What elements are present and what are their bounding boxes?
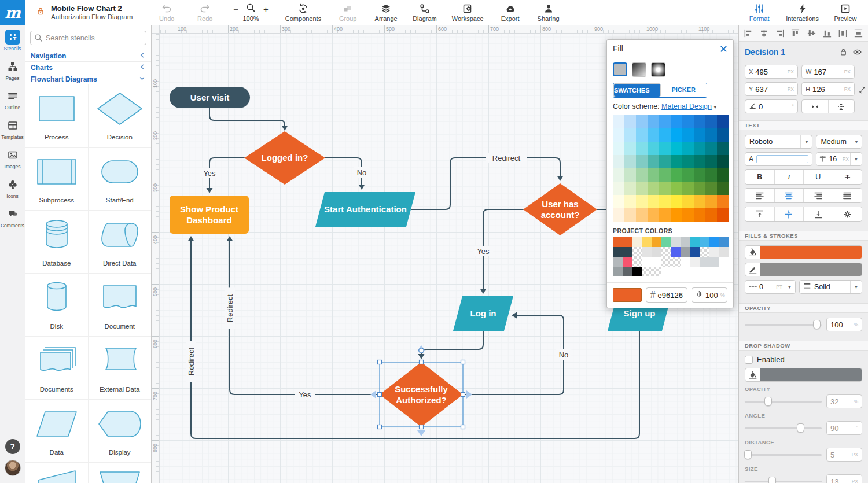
text-color-field[interactable]: A [745, 152, 812, 166]
stencil-subprocess[interactable]: Subprocess [25, 148, 89, 211]
stencil-start-end[interactable]: Start/End [89, 148, 152, 211]
shadow-distance-slider[interactable] [745, 450, 822, 459]
palette-swatch[interactable] [659, 115, 671, 128]
palette-swatch[interactable] [648, 182, 659, 195]
sidebar-item-comments[interactable]: Comments [0, 202, 25, 232]
slider-knob[interactable] [797, 423, 804, 433]
project-color-swatch[interactable] [642, 247, 652, 257]
project-color-swatch[interactable] [671, 247, 681, 257]
bold-button[interactable]: B [745, 170, 775, 184]
border-width-select[interactable]: 0 PT ▼ [745, 280, 796, 294]
toolbar-format-button[interactable]: Format [748, 3, 771, 22]
palette-swatch[interactable] [682, 155, 694, 168]
flip-horizontal-button[interactable] [802, 100, 829, 113]
palette-swatch[interactable] [671, 195, 682, 208]
palette-swatch[interactable] [682, 168, 694, 182]
tab-picker[interactable]: PICKER [661, 83, 707, 97]
project-color-swatch[interactable] [661, 237, 671, 247]
vertical-align-bottom-button[interactable] [804, 207, 833, 221]
palette-swatch[interactable] [717, 168, 729, 182]
palette-swatch[interactable] [659, 128, 671, 142]
toolbar-arrange-button[interactable]: Arrange [374, 3, 398, 22]
stencil-process[interactable]: Process [25, 84, 89, 148]
x-field[interactable]: X495PX [745, 65, 798, 79]
project-color-swatch[interactable] [671, 257, 681, 267]
opacity-slider[interactable] [745, 320, 822, 329]
selection-handle[interactable] [461, 425, 465, 429]
shadow-angle-field[interactable]: 90 ° [826, 421, 862, 435]
palette-swatch[interactable] [694, 182, 705, 195]
sidebar-item-stencils[interactable]: TStencils [0, 25, 25, 55]
shadow-size-slider[interactable] [745, 477, 822, 483]
project-color-swatch[interactable] [613, 237, 632, 247]
user-avatar[interactable] [5, 460, 21, 476]
connector-point[interactable] [419, 348, 424, 353]
element-name[interactable]: Decision 1 [745, 47, 834, 57]
palette-swatch[interactable] [624, 195, 636, 208]
palette-swatch[interactable] [636, 168, 648, 182]
slider-knob[interactable] [764, 397, 772, 406]
eye-icon[interactable] [852, 47, 862, 57]
selection-handle[interactable] [378, 360, 382, 364]
slider-knob[interactable] [768, 477, 776, 483]
palette-swatch[interactable] [671, 168, 682, 182]
help-button[interactable]: ? [5, 439, 20, 454]
constrain-proportions-icon[interactable] [858, 86, 866, 94]
palette-swatch[interactable] [671, 182, 682, 195]
palette-swatch[interactable] [613, 208, 624, 222]
text-align-left-button[interactable] [745, 189, 775, 202]
palette-swatch[interactable] [682, 128, 694, 142]
lock-icon[interactable] [839, 47, 848, 57]
align-bottom-icon[interactable] [822, 28, 832, 38]
node-successfully-authorized[interactable]: SuccessfullyAuthorized? [380, 362, 463, 427]
zoom-in-button[interactable]: + [263, 4, 269, 14]
palette-swatch[interactable] [613, 142, 624, 155]
palette-swatch[interactable] [717, 155, 729, 168]
palette-swatch[interactable] [659, 195, 671, 208]
stencil-display[interactable]: Display [89, 400, 152, 463]
category-charts[interactable]: Charts [25, 61, 151, 73]
color-scheme-link[interactable]: Material Design [661, 102, 712, 110]
slider-knob[interactable] [813, 320, 821, 329]
palette-swatch[interactable] [682, 115, 694, 128]
node-log-in[interactable]: Log in [453, 296, 513, 331]
strikethrough-button[interactable]: T [833, 170, 862, 184]
project-color-swatch[interactable] [690, 237, 700, 247]
fill-type-linear-gradient[interactable] [632, 62, 646, 77]
palette-swatch[interactable] [671, 128, 682, 142]
project-color-swatch[interactable] [681, 247, 690, 257]
palette-swatch[interactable] [636, 128, 648, 142]
project-color-swatch[interactable] [632, 247, 642, 257]
toolbar-preview-button[interactable]: Preview [834, 3, 857, 22]
palette-swatch[interactable] [624, 208, 636, 222]
project-color-swatch[interactable] [690, 257, 700, 267]
project-color-swatch[interactable] [700, 247, 709, 257]
hex-color-field[interactable]: # e96126 [646, 287, 687, 303]
stencil-data[interactable]: Data [25, 400, 89, 463]
palette-swatch[interactable] [682, 208, 694, 222]
palette-swatch[interactable] [636, 182, 648, 195]
align-right-icon[interactable] [775, 28, 785, 38]
toolbar-workspace-button[interactable]: Workspace [452, 3, 484, 22]
rotation-field[interactable]: 0° [745, 99, 798, 113]
font-family-select[interactable]: Roboto▼ [745, 135, 812, 149]
flip-vertical-button[interactable] [829, 100, 855, 113]
sidebar-item-pages[interactable]: Pages [0, 55, 25, 84]
shadow-size-field[interactable]: 13 PX [826, 474, 862, 483]
project-color-swatch[interactable] [719, 237, 729, 247]
vertical-align-middle-button[interactable] [775, 207, 804, 221]
palette-swatch[interactable] [682, 142, 694, 155]
palette-swatch[interactable] [694, 195, 705, 208]
shadow-enabled-control[interactable]: Enabled [745, 355, 862, 364]
project-color-swatch[interactable] [709, 237, 719, 247]
toolbar-interactions-button[interactable]: Interactions [786, 3, 819, 22]
project-color-swatch[interactable] [652, 247, 661, 257]
palette-swatch[interactable] [636, 208, 648, 222]
project-color-swatch[interactable] [652, 257, 661, 267]
palette-swatch[interactable] [717, 195, 729, 208]
project-color-swatch[interactable] [623, 257, 632, 267]
stencil-external-data[interactable]: External Data [89, 337, 152, 400]
nudge-arrow[interactable] [417, 430, 425, 436]
y-field[interactable]: Y637PX [745, 82, 798, 96]
palette-swatch[interactable] [705, 142, 717, 155]
